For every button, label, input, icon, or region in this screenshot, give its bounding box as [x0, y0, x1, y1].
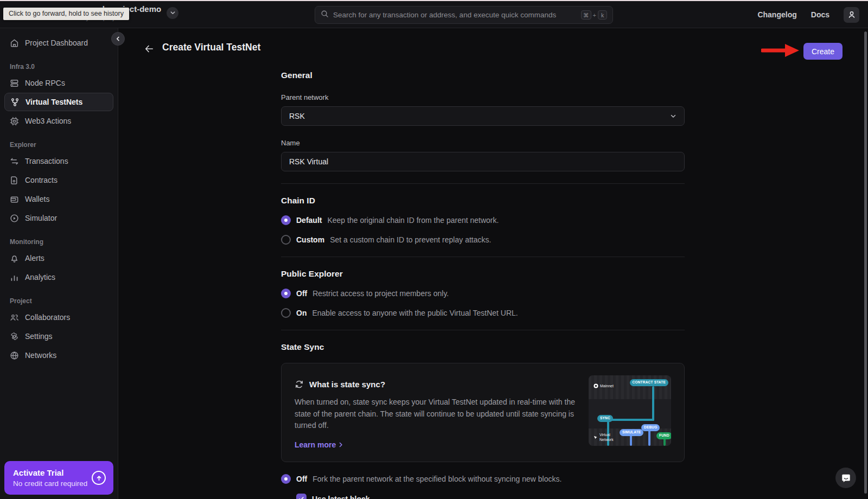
- state-sync-option-off[interactable]: Off Fork the parent network at the speci…: [281, 474, 685, 484]
- fund-badge: FUND: [656, 432, 671, 439]
- radio-selected-icon[interactable]: [281, 289, 291, 298]
- changelog-link[interactable]: Changelog: [757, 10, 796, 19]
- state-sync-illustration: Mainnet CONTRACT STATE SYNC SIMULATE DEB…: [589, 375, 671, 446]
- debug-badge: DEBUG: [641, 424, 660, 431]
- sidebar-item-settings[interactable]: Settings: [4, 327, 113, 346]
- public-explorer-option-off[interactable]: Off Restrict access to project members o…: [281, 289, 685, 298]
- server-icon: [10, 79, 19, 88]
- contract-state-line: [652, 386, 654, 421]
- sidebar-item-networks[interactable]: Networks: [4, 346, 113, 364]
- sync-card-body: When turned on, state sync keeps your Vi…: [295, 396, 576, 432]
- sidebar-section-project: Project: [10, 297, 108, 305]
- chain-id-option-custom[interactable]: Custom Set a custom chain ID to prevent …: [281, 235, 685, 245]
- sync-badge: SYNC: [597, 415, 613, 422]
- parent-network-label: Parent network: [281, 93, 685, 101]
- window-top-edge: [0, 0, 868, 1]
- users-icon: [10, 313, 19, 322]
- sidebar-item-label: Node RPCs: [25, 79, 65, 87]
- account-button[interactable]: [844, 7, 859, 23]
- person-icon: [847, 10, 856, 19]
- create-button[interactable]: Create: [803, 43, 843, 60]
- mainnet-node-icon: [593, 383, 598, 388]
- sidebar-item-collaborators[interactable]: Collaborators: [4, 308, 113, 327]
- parent-network-select[interactable]: RSK: [281, 106, 685, 126]
- browser-nav-tooltip: Click to go forward, hold to see history: [3, 8, 129, 20]
- plus-sign: +: [593, 12, 596, 18]
- sidebar-item-web3-actions[interactable]: Web3 Actions: [4, 112, 113, 130]
- use-latest-block-label: Use latest block: [312, 495, 370, 499]
- sidebar-item-label: Contracts: [25, 176, 58, 184]
- sidebar-item-alerts[interactable]: Alerts: [4, 249, 113, 267]
- chevron-left-icon: [115, 36, 121, 42]
- docs-link[interactable]: Docs: [811, 10, 829, 19]
- mainnet-label: Mainnet: [593, 383, 614, 388]
- sync-icon: [295, 380, 304, 389]
- search-input[interactable]: [333, 11, 577, 19]
- state-sync-info-card: What is state sync? When turned on, stat…: [281, 363, 685, 462]
- use-latest-block-row[interactable]: Use latest block: [296, 494, 685, 499]
- sidebar-item-label: Web3 Actions: [25, 117, 71, 125]
- sidebar-item-label: Wallets: [25, 195, 49, 203]
- page-header: Create Virtual TestNet Create: [118, 28, 868, 71]
- sidebar-item-contracts[interactable]: Contracts: [4, 171, 113, 189]
- section-heading-public-explorer: Public Explorer: [281, 269, 685, 279]
- sidebar-item-node-rpcs[interactable]: Node RPCs: [4, 74, 113, 92]
- sidebar-item-simulator[interactable]: Simulator: [4, 209, 113, 227]
- radio-unselected-icon[interactable]: [281, 308, 291, 318]
- back-button[interactable]: [144, 44, 154, 55]
- chevron-right-icon: [338, 442, 343, 447]
- create-testnet-form: General Parent network RSK Name Chain ID…: [281, 71, 685, 499]
- sidebar-item-analytics[interactable]: Analytics: [4, 268, 113, 286]
- sidebar-item-label: Project Dashboard: [25, 39, 88, 47]
- cmd-key: ⌘: [581, 10, 591, 20]
- testnet-name-input[interactable]: [281, 152, 685, 171]
- debug-line: [648, 430, 650, 446]
- annotation-red-arrow: [761, 43, 800, 57]
- trial-title: Activate Trial: [13, 468, 105, 477]
- sidebar-section-monitoring: Monitoring: [10, 238, 108, 246]
- chevron-down-icon[interactable]: [167, 7, 178, 19]
- topbar: my-rsk-project-demo my-rsk-project ⌘ + k…: [0, 1, 868, 28]
- public-explorer-option-on[interactable]: On Enable access to anyone with the publ…: [281, 308, 685, 318]
- contract-state-badge: CONTRACT STATE: [630, 379, 668, 386]
- scrollbar[interactable]: [864, 31, 867, 494]
- sidebar-section-infra: Infra 3.0: [10, 63, 108, 71]
- sidebar-item-wallets[interactable]: Wallets: [4, 190, 113, 208]
- sidebar-item-label: Networks: [25, 351, 56, 360]
- trial-subtitle: No credit card required: [13, 479, 105, 488]
- chat-widget-button[interactable]: [835, 468, 856, 488]
- virtual-network-icon: [593, 435, 598, 440]
- sidebar-item-label: Simulator: [25, 214, 57, 222]
- chain-id-option-default[interactable]: Default Keep the original chain ID from …: [281, 215, 685, 225]
- bell-icon: [10, 254, 19, 263]
- radio-unselected-icon[interactable]: [281, 235, 291, 245]
- sync-horizontal-line: [608, 419, 654, 421]
- sidebar-item-label: Transactions: [25, 157, 68, 165]
- activate-trial-banner[interactable]: Activate Trial No credit card required: [4, 461, 113, 495]
- radio-selected-icon[interactable]: [281, 215, 291, 225]
- arrow-up-circle-icon: [92, 471, 106, 485]
- sidebar-item-label: Settings: [25, 332, 53, 341]
- home-icon: [10, 39, 19, 48]
- sidebar-item-virtual-testnets[interactable]: Virtual TestNets: [4, 93, 113, 111]
- name-label: Name: [281, 139, 685, 147]
- divider: [281, 330, 685, 330]
- section-heading-general: General: [281, 71, 685, 80]
- bar-chart-icon: [10, 273, 19, 282]
- sidebar-item-transactions[interactable]: Transactions: [4, 152, 113, 170]
- radio-selected-icon[interactable]: [281, 474, 291, 484]
- section-heading-chain-id: Chain ID: [281, 196, 685, 206]
- page-title: Create Virtual TestNet: [162, 42, 260, 53]
- learn-more-link[interactable]: Learn more: [295, 440, 343, 449]
- checkbox-checked-icon[interactable]: [296, 494, 307, 499]
- sidebar-item-label: Virtual TestNets: [25, 98, 82, 106]
- arrow-left-icon: [144, 44, 154, 53]
- fork-icon: [10, 98, 20, 107]
- global-search[interactable]: ⌘ + k: [315, 6, 613, 24]
- sidebar-item-label: Collaborators: [25, 313, 70, 322]
- sidebar-item-project-dashboard[interactable]: Project Dashboard: [4, 34, 113, 52]
- sidebar-collapse-button[interactable]: [111, 32, 125, 46]
- parent-network-value: RSK: [289, 112, 670, 120]
- search-shortcut: ⌘ + k: [581, 10, 607, 20]
- chevron-down-icon: [670, 113, 676, 119]
